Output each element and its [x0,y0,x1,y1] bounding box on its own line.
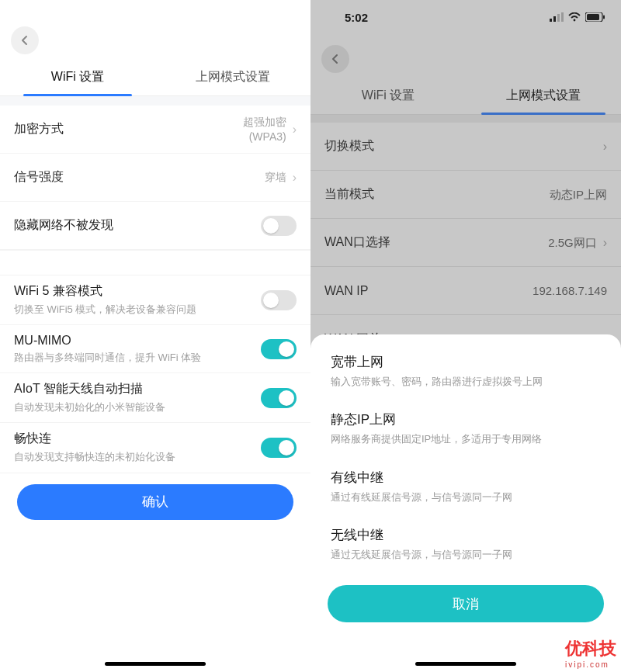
status-bar: 5:02 [310,0,621,34]
row-sub: 切换至 WiFi5 模式，解决老设备兼容问题 [14,303,261,317]
confirm-button[interactable]: 确认 [17,484,293,520]
sheet-option-pppoe[interactable]: 宽带上网 输入宽带账号、密码，路由器进行虚拟拨号上网 [310,342,621,400]
row-label: 加密方式 [14,121,243,137]
chevron-right-icon: › [603,140,607,154]
row-label: AIoT 智能天线自动扫描 [14,381,261,397]
option-sub: 通过有线延展信号源，与信号源同一子网 [331,490,601,504]
svg-rect-1 [553,16,556,22]
row-wan-port[interactable]: WAN口选择 2.5G网口 › [310,219,621,267]
battery-icon [585,12,605,22]
chevron-left-icon [329,53,342,65]
row-encryption[interactable]: 加密方式 超强加密 (WPA3) › [0,106,310,154]
svg-point-4 [574,19,576,22]
tab-wifi-settings[interactable]: WiFi 设置 [310,78,466,114]
row-current-mode: 当前模式 动态IP上网 [310,171,621,219]
row-label: WAN口选择 [324,234,548,251]
row-sub: 路由器与多终端同时通信，提升 WiFi 体验 [14,351,261,365]
row-value: 动态IP上网 [550,187,607,203]
option-sub: 网络服务商提供固定IP地址，多适用于专用网络 [331,432,601,446]
toggle-hide-network[interactable] [261,216,297,236]
row-value: 超强加密 (WPA3) [243,115,286,143]
row-label: WiFi 5 兼容模式 [14,283,261,300]
tab-wan-settings[interactable]: 上网模式设置 [466,78,621,114]
cancel-button[interactable]: 取消 [328,585,604,622]
button-label: 确认 [142,493,168,511]
sheet-option-static-ip[interactable]: 静态IP上网 网络服务商提供固定IP地址，多适用于专用网络 [310,400,621,457]
row-sub: 自动发现未初始化的小米智能设备 [14,400,261,414]
option-title: 静态IP上网 [331,410,601,428]
wifi-settings-pane: WiFi 设置 上网模式设置 加密方式 超强加密 (WPA3) › 信号强度 穿… [0,0,310,672]
row-label: MU-MIMO [14,334,261,348]
option-title: 宽带上网 [331,353,601,371]
row-hide-network: 隐藏网络不被发现 [0,202,310,250]
toggle-wifi5[interactable] [261,290,297,310]
option-title: 有线中继 [331,469,601,487]
row-sub: 自动发现支持畅快连的未初始化设备 [14,450,261,464]
home-indicator[interactable] [415,662,516,666]
row-label: WAN IP [324,284,533,298]
row-label: 信号强度 [14,169,265,185]
home-indicator[interactable] [105,662,206,666]
svg-rect-2 [557,14,560,22]
option-sub: 通过无线延展信号源，与信号源同一子网 [331,548,601,562]
row-signal-strength[interactable]: 信号强度 穿墙 › [0,154,310,202]
chevron-left-icon [19,34,31,47]
chevron-right-icon: › [603,236,607,250]
svg-rect-0 [550,19,552,22]
back-button[interactable] [321,45,349,73]
wan-settings-pane: 5:02 WiFi 设置 [310,0,621,672]
tab-wan-settings[interactable]: 上网模式设置 [155,59,310,95]
option-title: 无线中继 [331,526,601,544]
row-fastconn: 畅快连 自动发现支持畅快连的未初始化设备 [0,423,310,473]
tab-wifi-settings[interactable]: WiFi 设置 [0,59,155,95]
status-time: 5:02 [345,11,368,24]
tab-label: 上网模式设置 [506,88,581,104]
toggle-fastconn[interactable] [261,438,297,458]
row-label: 畅快连 [14,431,261,447]
toggle-mumimo[interactable] [261,339,297,359]
chevron-right-icon: › [293,123,297,137]
cellular-signal-icon [550,12,564,22]
row-value: 2.5G网口 [548,235,597,251]
wifi-icon [568,12,581,22]
left-back-row [0,16,310,59]
tab-label: 上网模式设置 [196,69,270,85]
row-label: 切换模式 [324,138,597,154]
row-aiot-scan: AIoT 智能天线自动扫描 自动发现未初始化的小米智能设备 [0,373,310,423]
back-button[interactable] [11,26,39,54]
row-value: 192.168.7.149 [533,283,607,299]
option-sub: 输入宽带账号、密码，路由器进行虚拟拨号上网 [331,375,601,389]
row-mumimo: MU-MIMO 路由器与多终端同时通信，提升 WiFi 体验 [0,325,310,373]
watermark-url: ivipi.com [565,660,616,669]
svg-rect-3 [561,12,564,22]
tab-label: WiFi 设置 [51,69,104,85]
tab-label: WiFi 设置 [362,88,415,104]
svg-rect-6 [587,14,599,20]
left-tabs: WiFi 设置 上网模式设置 [0,59,310,96]
sheet-option-wireless-relay[interactable]: 无线中继 通过无线延展信号源，与信号源同一子网 [310,515,621,573]
toggle-aiot[interactable] [261,388,297,408]
svg-rect-7 [603,16,605,19]
right-back-row [310,34,621,78]
watermark: 优科技 ivipi.com [565,637,616,669]
row-value: 穿墙 [265,170,286,184]
row-switch-mode[interactable]: 切换模式 › [310,123,621,171]
row-wifi5-compat: WiFi 5 兼容模式 切换至 WiFi5 模式，解决老设备兼容问题 [0,275,310,325]
row-label: 隐藏网络不被发现 [14,217,261,234]
sheet-option-wired-relay[interactable]: 有线中继 通过有线延展信号源，与信号源同一子网 [310,458,621,515]
button-label: 取消 [453,595,479,613]
right-tabs: WiFi 设置 上网模式设置 [310,78,621,115]
watermark-brand: 优科技 [565,639,616,658]
row-label: 当前模式 [324,186,550,203]
mode-select-sheet: 宽带上网 输入宽带账号、密码，路由器进行虚拟拨号上网 静态IP上网 网络服务商提… [310,334,621,672]
row-wan-ip: WAN IP 192.168.7.149 [310,267,621,315]
chevron-right-icon: › [293,171,297,185]
